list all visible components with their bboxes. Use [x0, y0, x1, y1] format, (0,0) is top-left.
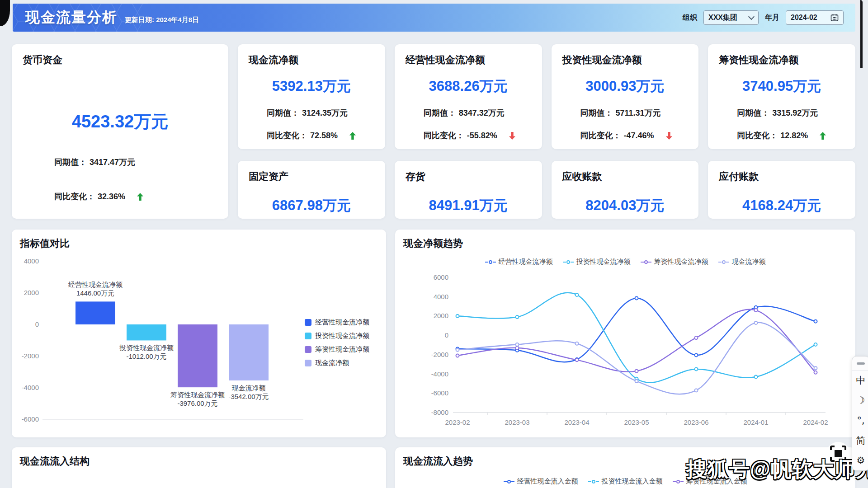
yoy-label: 同比变化：: [54, 191, 95, 202]
card-title: 固定资产: [249, 170, 374, 183]
legend-item[interactable]: 经营性现金流净额: [485, 258, 553, 266]
trend-arrow-icon: [820, 132, 826, 140]
card-net-cash-flow: 现金流净额 5392.13万元 同期值： 3124.35万元 同比变化： 72.…: [238, 44, 385, 149]
prev-value: 3124.35万元: [302, 108, 348, 118]
card-title: 货币资金: [23, 53, 217, 67]
card-fixed-assets: 固定资产 6867.98万元: [238, 161, 385, 219]
legend-item[interactable]: 投资性现金流净额: [305, 332, 369, 340]
svg-text:投资性现金流净额: 投资性现金流净额: [119, 344, 174, 352]
yoy-value: 72.58%: [310, 131, 338, 141]
gear-icon[interactable]: ⚙: [852, 450, 868, 470]
month-label: 年月: [765, 13, 779, 23]
prev-label: 同期值：: [580, 108, 613, 118]
org-select-value: XXX集团: [708, 13, 737, 23]
legend-item[interactable]: 经营性现金流净额: [305, 318, 369, 327]
card-title: 经营性现金流净额: [406, 53, 531, 67]
svg-text:经营性现金流净额: 经营性现金流净额: [68, 281, 123, 288]
yoy-label: 同比变化：: [580, 130, 621, 141]
prev-label: 同期值：: [54, 157, 87, 168]
svg-text:2000: 2000: [24, 289, 39, 296]
month-picker-value: 2024-02: [791, 14, 817, 22]
card-monetary-funds: 货币资金 4523.32万元 同期值： 3417.47万元 同比变化： 32.3…: [12, 44, 228, 219]
kpi-value: 4168.24万元: [719, 196, 844, 215]
trend-arrow-icon: [666, 132, 672, 140]
svg-text:2024-01: 2024-01: [743, 418, 768, 426]
card-operating-cash-flow: 经营性现金流净额 3688.26万元 同期值： 8347.32万元 同比变化： …: [395, 44, 542, 149]
punctuation-icon[interactable]: °,: [852, 410, 868, 430]
prev-label: 同期值：: [424, 108, 456, 118]
indicator-compare-chart-card: 指标值对比 400020000-2000-4000-6000经营性现金流净额14…: [12, 230, 386, 437]
card-investing-cash-flow: 投资性现金流净额 3000.93万元 同期值： 5711.31万元 同比变化： …: [552, 44, 699, 149]
chart-title: 指标值对比: [20, 237, 70, 250]
yoy-line: 同比变化： 12.82%: [719, 130, 844, 141]
prev-period-line: 同期值： 3124.35万元: [249, 108, 374, 118]
chinese-lang-button[interactable]: 中: [852, 371, 868, 390]
kpi-value: 8204.03万元: [562, 196, 688, 215]
prev-value: 5711.31万元: [616, 108, 661, 118]
svg-text:4000: 4000: [434, 293, 448, 300]
update-date: 更新日期: 2024年4月8日: [125, 16, 199, 24]
legend-item[interactable]: 筹资性现金流净额: [641, 258, 708, 266]
yoy-value: 12.82%: [780, 131, 808, 141]
prev-period-line: 同期值： 3417.47万元: [23, 157, 217, 168]
svg-text:0: 0: [35, 320, 39, 328]
svg-text:0: 0: [445, 331, 448, 339]
window-edge-artifact: [860, 0, 863, 68]
inflow-structure-chart-card: 现金流流入结构: [12, 447, 386, 488]
yoy-label: 同比变化：: [737, 130, 778, 141]
prev-label: 同期值：: [267, 108, 299, 118]
kpi-grid: 货币资金 4523.32万元 同期值： 3417.47万元 同比变化： 32.3…: [12, 44, 855, 219]
legend-item[interactable]: 筹资性现金流净额: [305, 345, 369, 354]
card-financing-cash-flow: 筹资性现金流净额 3740.95万元 同期值： 3315.92万元 同比变化： …: [708, 44, 855, 149]
legend-item[interactable]: 经营性现金流入金额: [504, 477, 578, 486]
legend-item[interactable]: 投资性现金流净额: [563, 258, 631, 266]
kpi-value: 5392.13万元: [249, 77, 374, 96]
line-chart-legend: 经营性现金流净额投资性现金流净额筹资性现金流净额现金流净额: [395, 258, 855, 266]
kpi-value: 6867.98万元: [249, 196, 374, 215]
card-title: 筹资性现金流净额: [719, 53, 844, 67]
card-title: 现金流净额: [249, 53, 374, 67]
prev-period-line: 同期值： 5711.31万元: [562, 108, 688, 118]
svg-text:-2000: -2000: [431, 351, 448, 358]
prev-value: 3417.47万元: [90, 157, 135, 168]
svg-text:2024-02: 2024-02: [803, 418, 828, 426]
prev-period-line: 同期值： 3315.92万元: [719, 108, 844, 118]
yoy-line: 同比变化： -47.46%: [562, 130, 688, 141]
legend-item[interactable]: 现金流净额: [305, 359, 369, 367]
kpi-value: 8491.91万元: [406, 196, 531, 215]
trend-arrow-icon: [349, 132, 356, 140]
svg-text:2023-02: 2023-02: [445, 418, 470, 426]
svg-text:4000: 4000: [24, 257, 39, 265]
chart-title: 现金流流入结构: [20, 455, 90, 468]
prev-period-line: 同期值： 8347.32万元: [406, 108, 531, 118]
kpi-value: 3740.95万元: [719, 77, 844, 96]
trend-arrow-icon: [509, 132, 515, 140]
svg-text:-2000: -2000: [22, 352, 39, 360]
bar-chart-legend: 经营性现金流净额投资性现金流净额筹资性现金流净额现金流净额: [305, 318, 369, 367]
kpi-value: 4523.32万元: [23, 110, 217, 133]
moon-icon[interactable]: ☽: [852, 390, 868, 410]
card-title: 应收账款: [562, 170, 688, 183]
kpi-value: 3688.26万元: [406, 77, 531, 96]
svg-text:-6000: -6000: [431, 389, 448, 397]
simplified-chinese-button[interactable]: 简: [852, 431, 868, 450]
yoy-value: -55.82%: [467, 131, 497, 141]
yoy-label: 同比变化：: [424, 130, 464, 141]
watermark: 搜狐号@帆软大师兄: [686, 455, 868, 483]
charts-row: 指标值对比 400020000-2000-4000-6000经营性现金流净额14…: [12, 230, 855, 437]
svg-text:-4000: -4000: [431, 370, 448, 378]
legend-item[interactable]: 投资性现金流入金额: [588, 477, 663, 486]
yoy-label: 同比变化：: [267, 130, 307, 141]
month-picker-input[interactable]: 2024-02: [786, 10, 844, 25]
trend-arrow-icon: [137, 193, 143, 201]
chevron-down-icon: [748, 14, 755, 20]
card-accounts-payable: 应付账款 4168.24万元: [708, 161, 855, 219]
svg-text:6000: 6000: [434, 273, 448, 281]
yoy-line: 同比变化： 72.58%: [249, 130, 374, 141]
prev-value: 8347.32万元: [459, 108, 505, 118]
drag-handle-icon: [857, 362, 865, 365]
org-select[interactable]: XXX集团: [703, 10, 759, 25]
legend-item[interactable]: 现金流净额: [718, 258, 766, 266]
card-title: 投资性现金流净额: [562, 53, 688, 67]
toolbar-drag-handle[interactable]: [852, 357, 868, 371]
